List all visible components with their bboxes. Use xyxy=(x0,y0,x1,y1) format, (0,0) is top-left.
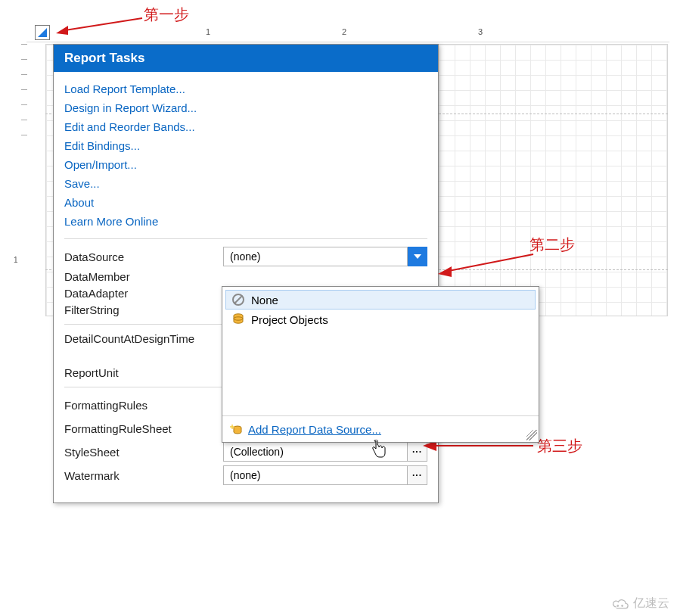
task-link-learn-more[interactable]: Learn More Online xyxy=(64,212,427,231)
svg-point-13 xyxy=(616,605,619,607)
label-datamember: DataMember xyxy=(64,270,223,283)
flyout-item-none[interactable]: None xyxy=(225,290,536,310)
chevron-down-icon xyxy=(414,254,421,259)
task-link-edit-bindings[interactable]: Edit Bindings... xyxy=(64,136,427,155)
label-reportunit: ReportUnit xyxy=(64,366,223,379)
value-datasource[interactable]: (none) xyxy=(223,247,408,266)
datasource-flyout: None Project Objects Add Report Data Sou… xyxy=(222,286,539,443)
task-link-about[interactable]: About xyxy=(64,193,427,212)
svg-point-14 xyxy=(621,605,623,607)
label-formattingrulesheet: FormattingRuleSheet xyxy=(64,422,223,435)
label-datasource: DataSource xyxy=(64,250,223,263)
ruler-tick-3: 3 xyxy=(478,27,483,36)
resize-grip[interactable] xyxy=(526,430,537,440)
vertical-ruler: 1 xyxy=(15,44,27,324)
popup-title: Report Tasks xyxy=(54,45,438,72)
dropdown-datasource-button[interactable] xyxy=(408,247,427,266)
value-watermark[interactable]: (none) xyxy=(223,465,408,485)
watermark-logo: 亿速云 xyxy=(610,596,669,611)
ruler-tick-2: 2 xyxy=(342,27,346,36)
label-formattingrules: FormattingRules xyxy=(64,399,223,412)
add-datasource-icon xyxy=(230,422,244,436)
label-stylesheet: StyleSheet xyxy=(64,446,223,459)
label-filterstring: FilterString xyxy=(64,303,223,316)
task-link-list: Load Report Template... Design in Report… xyxy=(64,79,427,231)
flyout-item-label: None xyxy=(251,294,278,306)
annotation-step2: 第二步 xyxy=(529,235,575,255)
annotation-step1: 第一步 xyxy=(144,5,189,25)
task-link-design-wizard[interactable]: Design in Report Wizard... xyxy=(64,98,427,117)
ellipsis-stylesheet-button[interactable]: ··· xyxy=(408,442,427,462)
flyout-item-project-objects[interactable]: Project Objects xyxy=(225,310,536,329)
task-link-edit-bands[interactable]: Edit and Reorder Bands... xyxy=(64,117,427,136)
task-link-open-import[interactable]: Open/Import... xyxy=(64,155,427,174)
ellipsis-watermark-button[interactable]: ··· xyxy=(408,465,427,485)
cloud-icon xyxy=(610,597,630,611)
add-report-data-source-link[interactable]: Add Report Data Source... xyxy=(248,423,381,436)
label-watermark: Watermark xyxy=(64,469,223,482)
ruler-tick-1: 1 xyxy=(206,27,210,36)
label-detailcount: DetailCountAtDesignTime xyxy=(64,332,194,345)
horizontal-ruler: 1 2 3 xyxy=(26,26,669,42)
value-stylesheet[interactable]: (Collection) xyxy=(223,442,408,462)
task-link-load-template[interactable]: Load Report Template... xyxy=(64,79,427,98)
label-dataadapter: DataAdapter xyxy=(64,287,223,300)
smart-tag-button[interactable] xyxy=(35,25,50,40)
svg-line-1 xyxy=(234,296,242,303)
watermark-text: 亿速云 xyxy=(633,596,669,611)
task-link-save[interactable]: Save... xyxy=(64,174,427,193)
smart-tag-icon xyxy=(37,27,48,38)
flyout-item-label: Project Objects xyxy=(251,313,328,326)
database-icon xyxy=(231,313,245,326)
divider xyxy=(64,238,427,239)
none-icon xyxy=(231,293,245,306)
annotation-step3: 第三步 xyxy=(537,436,582,456)
